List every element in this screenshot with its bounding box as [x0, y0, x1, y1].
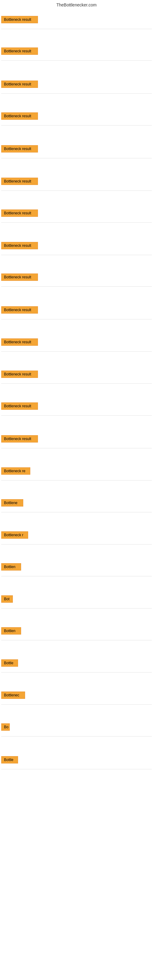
bottleneck-result-badge: Bottlen — [1, 563, 21, 571]
list-item: Bottleneck result — [1, 434, 152, 447]
bottleneck-result-badge: Bottleneck result — [1, 112, 38, 120]
list-item: Bottleneck result — [1, 272, 152, 285]
divider — [1, 512, 152, 512]
bottleneck-result-badge: Bottleneck re — [1, 467, 30, 475]
list-item: Bottleneck result — [1, 241, 152, 254]
bottleneck-result-badge: Bottleneck result — [1, 435, 38, 442]
bottleneck-result-badge: Bottleneck result — [1, 242, 38, 249]
bottleneck-result-badge: Bot — [1, 595, 13, 603]
bottleneck-result-badge: Bottleneck result — [1, 48, 38, 55]
bottleneck-result-badge: Bottlenec — [1, 692, 25, 699]
list-item: Bottlenec — [1, 690, 152, 703]
bottleneck-result-badge: Bottle — [1, 756, 18, 764]
divider — [1, 255, 152, 255]
list-item: Bottleneck result — [1, 305, 152, 318]
site-title: TheBottlenecker.com — [0, 0, 153, 9]
list-item: Bottleneck result — [1, 177, 152, 189]
divider — [1, 448, 152, 449]
divider — [1, 319, 152, 320]
list-item: Bottleneck result — [1, 401, 152, 414]
bottleneck-result-badge: Bottlene — [1, 499, 23, 506]
list-item: Bot — [1, 594, 152, 607]
list-item: Bottleneck result — [1, 144, 152, 157]
divider — [1, 640, 152, 640]
list-item: Bottleneck result — [1, 46, 152, 59]
bottleneck-result-badge: Bottle — [1, 659, 18, 667]
divider — [1, 736, 152, 737]
site-title-container: TheBottlenecker.com — [0, 0, 153, 9]
bottleneck-result-badge: Bottleneck result — [1, 16, 38, 23]
bottleneck-result-badge: Bottleneck result — [1, 306, 38, 313]
divider — [1, 158, 152, 158]
bottleneck-result-badge: Bottleneck result — [1, 402, 38, 410]
list-item: Bo — [1, 722, 152, 735]
page-content: Bottleneck resultBottleneck resultBottle… — [0, 15, 153, 769]
list-item: Bottlen — [1, 626, 152, 639]
divider — [1, 608, 152, 609]
divider — [1, 544, 152, 544]
divider — [1, 351, 152, 352]
list-item: Bottlen — [1, 562, 152, 575]
list-item: Bottleneck result — [1, 337, 152, 350]
divider — [1, 383, 152, 384]
list-item: Bottlene — [1, 498, 152, 511]
bottleneck-result-badge: Bottleneck result — [1, 178, 38, 185]
bottleneck-result-badge: Bottleneck result — [1, 339, 38, 346]
list-item: Bottleneck result — [1, 15, 152, 27]
list-item: Bottleneck re — [1, 466, 152, 479]
divider — [1, 480, 152, 480]
bottleneck-result-badge: Bottlen — [1, 627, 21, 635]
list-item: Bottleneck result — [1, 79, 152, 92]
bottleneck-result-badge: Bottleneck result — [1, 81, 38, 88]
bottleneck-result-badge: Bo — [1, 723, 10, 731]
list-item: Bottleneck result — [1, 111, 152, 124]
list-item: Bottle — [1, 658, 152, 671]
divider — [1, 125, 152, 126]
list-item: Bottleneck result — [1, 208, 152, 221]
divider — [1, 769, 152, 769]
divider — [1, 576, 152, 576]
bottleneck-result-badge: Bottleneck result — [1, 371, 38, 378]
list-item: Bottleneck result — [1, 369, 152, 382]
divider — [1, 672, 152, 673]
list-item: Bottle — [1, 755, 152, 768]
bottleneck-result-badge: Bottleneck r — [1, 531, 28, 539]
bottleneck-result-badge: Bottleneck result — [1, 145, 38, 153]
list-item: Bottleneck r — [1, 530, 152, 543]
bottleneck-result-badge: Bottleneck result — [1, 274, 38, 281]
bottleneck-result-badge: Bottleneck result — [1, 210, 38, 217]
divider — [1, 222, 152, 223]
divider — [1, 191, 152, 191]
